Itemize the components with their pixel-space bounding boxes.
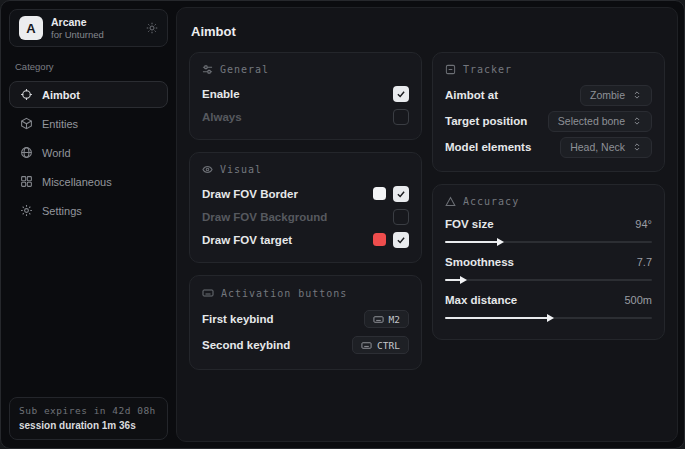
setting-label: Enable (202, 88, 240, 100)
fov-border-checkbox[interactable] (393, 186, 409, 202)
keybind-value: CTRL (377, 340, 400, 351)
brand-card: A Arcane for Unturned (9, 9, 168, 47)
chevrons-up-down-icon (632, 116, 642, 126)
sidebar-item-label: Aimbot (42, 89, 80, 101)
keyboard-icon (373, 314, 384, 325)
app-logo: A (19, 16, 43, 40)
left-column: General Enable Always (189, 52, 422, 370)
setting-row-target-position: Target position Selected bone (445, 108, 652, 134)
gear-icon[interactable] (146, 22, 158, 34)
subscription-status-card: Sub expires in 42d 08h session duration … (9, 397, 168, 440)
setting-label: Target position (445, 115, 527, 127)
setting-label: Draw FOV target (202, 234, 292, 246)
main-panel: Aimbot General Enable (176, 7, 678, 442)
first-keybind-button[interactable]: M2 (364, 310, 409, 328)
app-window: A Arcane for Unturned Category (0, 0, 685, 449)
right-column: Tracker Aimbot at Zombie (432, 52, 665, 340)
card-title: Visual (220, 164, 262, 175)
chevrons-up-down-icon (632, 142, 642, 152)
slider-group-max-distance: Max distance 500m (445, 290, 652, 324)
slider-value: 94° (635, 218, 652, 230)
setting-row-first-keybind: First keybind M2 (202, 306, 409, 332)
setting-row-enable: Enable (202, 82, 409, 105)
card-title: General (220, 64, 269, 75)
slider-thumb[interactable] (460, 276, 467, 284)
setting-label: Second keybind (202, 339, 290, 351)
fov-size-slider[interactable] (445, 236, 652, 248)
setting-label: Aimbot at (445, 89, 498, 101)
sidebar-item-label: Miscellaneous (42, 176, 112, 188)
sidebar-nav: Aimbot Entities World (9, 81, 168, 224)
setting-label: Always (202, 111, 242, 123)
setting-label: Draw FOV Border (202, 188, 298, 200)
setting-label: First keybind (202, 313, 274, 325)
second-keybind-button[interactable]: CTRL (352, 336, 409, 354)
sliders-icon (202, 64, 213, 75)
card-title: Activation buttons (221, 288, 347, 299)
model-elements-select[interactable]: Head, Neck (560, 137, 652, 158)
setting-label: FOV size (445, 218, 494, 230)
fov-border-color-swatch[interactable] (373, 187, 386, 200)
select-value: Selected bone (558, 115, 625, 127)
target-position-select[interactable]: Selected bone (548, 111, 652, 132)
activation-buttons-card: Activation buttons First keybind M2 (189, 275, 422, 370)
keyboard-icon (202, 287, 214, 299)
select-value: Zombie (590, 89, 625, 101)
slider-thumb[interactable] (547, 314, 554, 322)
sidebar-item-label: Settings (42, 205, 82, 217)
accuracy-card: Accuracy FOV size 94° (432, 184, 665, 340)
sidebar-item-world[interactable]: World (9, 139, 168, 166)
crosshair-icon (20, 88, 33, 101)
sidebar-item-entities[interactable]: Entities (9, 110, 168, 137)
slider-thumb[interactable] (497, 238, 504, 246)
gear-icon (20, 204, 33, 217)
keyboard-icon (361, 340, 372, 351)
eye-icon (202, 164, 213, 175)
triangle-icon (445, 196, 456, 207)
grid-icon (20, 175, 33, 188)
slider-group-smoothness: Smoothness 7.7 (445, 252, 652, 286)
sidebar-item-settings[interactable]: Settings (9, 197, 168, 224)
slider-value: 500m (624, 294, 652, 306)
setting-row-model-elements: Model elements Head, Neck (445, 134, 652, 160)
setting-label: Max distance (445, 294, 517, 306)
setting-row-fov-border: Draw FOV Border (202, 182, 409, 205)
brand-name: Arcane (51, 16, 104, 28)
sidebar: A Arcane for Unturned Category (1, 1, 176, 448)
setting-row-second-keybind: Second keybind CTRL (202, 332, 409, 358)
slider-track (445, 279, 652, 281)
slider-value: 7.7 (637, 256, 652, 268)
fov-target-checkbox[interactable] (393, 232, 409, 248)
category-label: Category (15, 61, 162, 72)
setting-label: Model elements (445, 141, 531, 153)
select-value: Head, Neck (570, 141, 625, 153)
max-distance-slider[interactable] (445, 312, 652, 324)
fov-background-checkbox[interactable] (393, 209, 409, 225)
brand-subtitle: for Unturned (51, 29, 104, 40)
setting-row-always: Always (202, 105, 409, 128)
fov-target-color-swatch[interactable] (373, 233, 386, 246)
always-checkbox[interactable] (393, 109, 409, 125)
setting-row-fov-background: Draw FOV Background (202, 205, 409, 228)
globe-icon (20, 146, 33, 159)
enable-checkbox[interactable] (393, 86, 409, 102)
visual-card: Visual Draw FOV Border Draw FOV Backgrou… (189, 152, 422, 263)
chevrons-up-down-icon (632, 90, 642, 100)
page-title: Aimbot (191, 24, 665, 39)
sidebar-item-aimbot[interactable]: Aimbot (9, 81, 168, 108)
aimbot-at-select[interactable]: Zombie (580, 85, 652, 106)
slider-fill (445, 241, 499, 243)
session-duration-text: session duration 1m 36s (19, 420, 158, 431)
tracker-card: Tracker Aimbot at Zombie (432, 52, 665, 172)
keybind-value: M2 (389, 314, 400, 325)
sidebar-item-miscellaneous[interactable]: Miscellaneous (9, 168, 168, 195)
setting-row-aimbot-at: Aimbot at Zombie (445, 82, 652, 108)
general-card: General Enable Always (189, 52, 422, 140)
target-frame-icon (445, 64, 456, 75)
cube-icon (20, 117, 33, 130)
smoothness-slider[interactable] (445, 274, 652, 286)
card-title: Tracker (463, 64, 512, 75)
slider-fill (445, 317, 549, 319)
card-title: Accuracy (463, 196, 519, 207)
sidebar-item-label: Entities (42, 118, 78, 130)
